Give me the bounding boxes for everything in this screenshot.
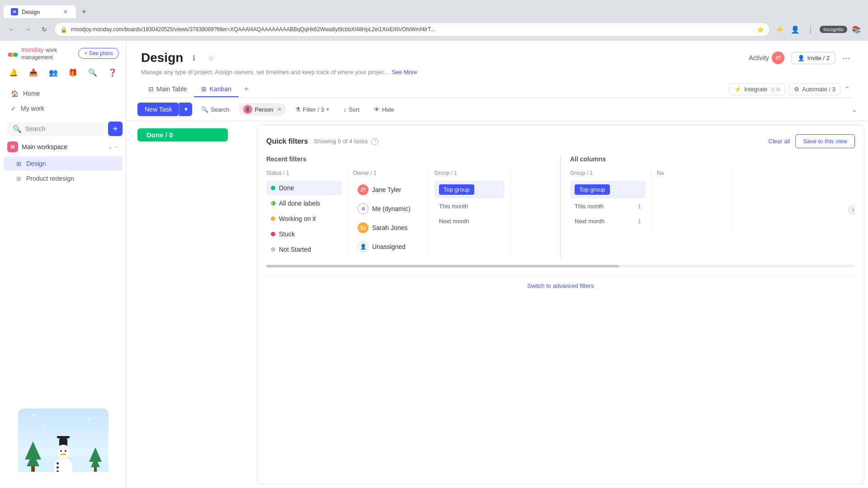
board-item-product-redesign[interactable]: ⊞ Product redesign	[4, 171, 123, 186]
this-month-text-recent: This month	[439, 203, 468, 210]
inbox-icon[interactable]: 📥	[27, 66, 40, 79]
see-plans-button[interactable]: + See plans	[78, 48, 119, 59]
quick-filters-title: Quick filters Showing 0 of 4 tasks ?	[266, 137, 378, 145]
main-content: Design ℹ ☆ Activity JT 👤 Invite / 2 ⋯ Ma…	[127, 41, 868, 488]
nav-back-button[interactable]: ←	[5, 23, 18, 36]
tab-main-table[interactable]: ⊟ Main Table	[141, 82, 194, 97]
people-icon[interactable]: 👥	[47, 66, 60, 79]
add-view-button[interactable]: +	[239, 81, 255, 98]
quick-filters-header: Quick filters Showing 0 of 4 tasks ? Cle…	[266, 134, 855, 148]
board-name-design: Design	[26, 160, 46, 167]
sidebar-navigation: 🏠 Home ✓ My work	[0, 82, 126, 120]
new-task-dropdown-button[interactable]: ▼	[179, 103, 192, 116]
workspace-header[interactable]: M Main workspace ⌄ ···	[0, 138, 126, 156]
address-bar[interactable]: 🔒 moodjoy.monday.com/boards/1830420525/v…	[54, 22, 770, 37]
see-more-button[interactable]: See More	[392, 69, 417, 75]
bookmarks-icon[interactable]: 📚	[850, 23, 863, 36]
person-chip-avatar: 👤	[243, 105, 252, 114]
notifications-icon[interactable]: 🔔	[7, 66, 20, 79]
invite-button[interactable]: 👤 Invite / 2	[792, 52, 835, 64]
clear-all-button[interactable]: Clear all	[769, 138, 790, 145]
board-item-design[interactable]: ⊞ Design	[4, 156, 123, 171]
quick-filters-actions: Clear all Save to this view	[769, 134, 855, 148]
my-work-label: My work	[21, 105, 44, 112]
save-view-button[interactable]: Save to this view	[795, 134, 855, 148]
activity-button[interactable]: Activity JT	[745, 50, 788, 66]
nav-forward-button[interactable]: →	[22, 23, 34, 36]
group-label[interactable]: Done / 0	[137, 128, 228, 141]
workspace-actions: ⌄ ···	[108, 144, 119, 150]
filter-button[interactable]: ⚗ Filter / 3 ▾	[290, 103, 335, 116]
me-avatar: ⚙	[358, 203, 368, 214]
automate-button[interactable]: ⚙ Automate / 3	[789, 83, 840, 95]
all-done-status-dot	[271, 201, 275, 206]
nav-reload-button[interactable]: ↻	[38, 23, 51, 36]
search-add-row: 🔍 Search +	[0, 120, 126, 138]
help-icon[interactable]: ❓	[106, 66, 119, 79]
profile-icon[interactable]: 👤	[789, 23, 802, 36]
new-task-button[interactable]: New Task	[137, 103, 179, 116]
new-tab-button[interactable]: +	[78, 5, 90, 18]
filter-option-unassigned[interactable]: 👤 Unassigned	[353, 238, 423, 256]
stuck-status-dot	[271, 232, 275, 236]
filter-option-stuck[interactable]: Stuck	[266, 227, 342, 241]
recent-filters-label: Recent filters	[266, 155, 551, 163]
home-icon: 🏠	[11, 90, 19, 97]
collapse-icon[interactable]: ⌃	[844, 85, 850, 94]
add-button[interactable]: +	[108, 122, 123, 136]
filter-option-done[interactable]: Done	[266, 181, 342, 195]
filter-option-working-on[interactable]: Working on it	[266, 211, 342, 226]
menu-icon[interactable]: ⋮	[804, 23, 817, 36]
hide-button[interactable]: 👁 Hide	[368, 103, 400, 116]
snowman-area: ❄ ❄ ❄	[0, 407, 126, 488]
filter-option-not-started[interactable]: Not Started	[266, 242, 342, 257]
filter-columns-row: Status / 1 Done All done labels	[266, 170, 551, 258]
tab-close-button[interactable]: ✕	[61, 8, 69, 15]
sort-button[interactable]: ↕ Sort	[338, 103, 365, 116]
filter-option-sarah[interactable]: SJ Sarah Jones	[353, 219, 423, 237]
top-group-chip-recent: Top group	[439, 184, 474, 195]
activity-avatar: JT	[772, 52, 784, 64]
star-icon[interactable]: ☆	[205, 52, 217, 64]
search-button[interactable]: 🔍 Search	[196, 103, 235, 116]
person-filter-chip[interactable]: 👤 Person ✕	[239, 103, 286, 116]
switch-advanced-button[interactable]: Switch to advanced filters	[266, 275, 855, 296]
filter-option-top-group-recent[interactable]: Top group	[434, 181, 505, 198]
search-box[interactable]: 🔍 Search	[7, 122, 104, 136]
expand-toolbar-icon[interactable]: ⌄	[851, 105, 857, 114]
sidebar-item-my-work[interactable]: ✓ My work	[4, 101, 123, 116]
tab-kanban[interactable]: ⊞ Kanban	[194, 82, 238, 97]
board-title: Design	[141, 51, 183, 65]
filter-option-next-month-all[interactable]: Next month 1	[570, 214, 646, 228]
sarah-avatar: SJ	[358, 222, 368, 233]
all-columns-label: All columns	[570, 155, 855, 163]
kanban-icon: ⊞	[201, 85, 207, 93]
filter-option-this-month-recent[interactable]: This month	[434, 199, 505, 213]
filter-option-this-month-all[interactable]: This month 1	[570, 199, 646, 213]
filter-col-group-all: Group / 1 Top group This month 1 Next mo…	[570, 170, 651, 229]
sidebar: monday work management + See plans 🔔 📥 👥…	[0, 41, 127, 488]
more-button[interactable]: ⋯	[839, 51, 854, 65]
logo-text: monday work management	[21, 46, 75, 61]
person-chip-close[interactable]: ✕	[277, 106, 282, 113]
gifts-icon[interactable]: 🎁	[67, 66, 80, 79]
this-month-count: 1	[638, 203, 641, 210]
monday-logo: monday work management	[7, 46, 75, 61]
filter-col-owner: Owner / 1 JT Jane Tyler ⚙ Me (dynamic	[348, 170, 429, 258]
filter-option-top-group-all[interactable]: Top group	[570, 181, 646, 198]
filter-option-next-month-recent[interactable]: Next month	[434, 214, 505, 228]
filter-option-me[interactable]: ⚙ Me (dynamic)	[353, 200, 423, 218]
board-name-product: Product redesign	[26, 175, 74, 182]
search-top-icon[interactable]: 🔍	[86, 66, 99, 79]
filter-option-jane[interactable]: JT Jane Tyler	[353, 181, 423, 199]
table-icon: ⊟	[148, 85, 154, 93]
sidebar-item-home[interactable]: 🏠 Home	[4, 86, 123, 101]
browser-tab[interactable]: M Design ✕	[4, 5, 76, 18]
extensions-icon[interactable]: ⚡	[774, 23, 786, 36]
integrate-button[interactable]: ⚡ Integrate G M	[729, 83, 785, 95]
filter-option-all-done[interactable]: All done labels	[266, 196, 342, 211]
info-icon[interactable]: ℹ	[188, 52, 200, 64]
horizontal-scrollbar[interactable]	[266, 265, 855, 267]
toolbar: New Task ▼ 🔍 Search 👤 Person ✕ ⚗ Filter …	[127, 98, 868, 121]
group-col-header-recent: Group / 1	[434, 170, 505, 176]
